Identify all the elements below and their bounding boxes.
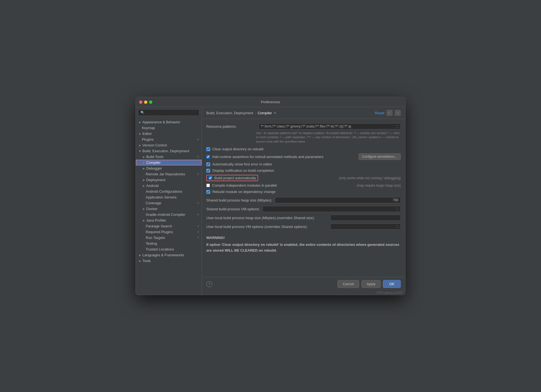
sidebar-item-appearance-behavior[interactable]: ▶ Appearance & Behavior bbox=[136, 119, 202, 125]
resource-patterns-label: Resource patterns: bbox=[206, 123, 256, 129]
expand-icon: ⛶ bbox=[396, 225, 399, 228]
watermark: CSDN @fansu123987 bbox=[202, 291, 405, 295]
clear-output-label: Clear output directory on rebuild bbox=[212, 147, 263, 151]
sidebar-item-label: Package Search bbox=[146, 224, 172, 228]
sidebar-item-build-execution-deployment[interactable]: ▼ Build, Execution, Deployment bbox=[136, 148, 202, 154]
heap-size-input[interactable] bbox=[275, 197, 401, 203]
reset-button[interactable]: Reset bbox=[375, 111, 384, 115]
sidebar-item-package-search[interactable]: Package Search ⚙ bbox=[136, 223, 202, 229]
clear-output-checkbox[interactable] bbox=[206, 147, 210, 151]
local-vm-options-input[interactable] bbox=[332, 225, 396, 228]
expand-arrow-icon: ▶ bbox=[142, 167, 146, 170]
sidebar-item-label: Remote Jar Repositories bbox=[146, 172, 185, 176]
cancel-button[interactable]: Cancel bbox=[337, 280, 359, 288]
sidebar-item-compiler[interactable]: ▶ Compiler ⚙ bbox=[136, 160, 202, 165]
expand-arrow-icon: ▶ bbox=[138, 132, 142, 136]
clear-output-row: Clear output directory on rebuild bbox=[206, 147, 401, 151]
search-input[interactable] bbox=[146, 111, 197, 115]
sidebar-item-label: Debugger bbox=[146, 166, 162, 170]
help-button[interactable]: ? bbox=[206, 281, 212, 287]
breadcrumb-separator: › bbox=[255, 111, 256, 115]
apply-button[interactable]: Apply bbox=[361, 280, 381, 288]
search-icon: 🔍 bbox=[140, 111, 145, 115]
sidebar-item-required-plugins[interactable]: Required Plugins ⚙ bbox=[136, 229, 202, 235]
search-box[interactable]: 🔍 bbox=[138, 109, 199, 116]
sidebar-item-remote-jar[interactable]: Remote Jar Repositories ⚙ bbox=[136, 171, 202, 177]
resource-patterns-input[interactable] bbox=[261, 124, 396, 128]
sidebar-item-label: Build Tools bbox=[146, 155, 164, 159]
sidebar-item-android-configurations[interactable]: Android Configurations bbox=[136, 189, 202, 194]
forward-button[interactable]: → bbox=[395, 110, 401, 116]
sidebar-item-keymap[interactable]: Keymap bbox=[136, 125, 202, 131]
panel-header: Build, Execution, Deployment › Compiler … bbox=[202, 107, 405, 119]
vm-options-input-wrapper[interactable]: ⛶ bbox=[263, 206, 401, 212]
display-notification-checkbox[interactable] bbox=[206, 169, 210, 173]
compile-parallel-label: Compile independent modules in parallel bbox=[212, 183, 277, 187]
sidebar-item-application-servers[interactable]: Application Servers bbox=[136, 194, 202, 200]
sidebar-item-label: Deployment bbox=[146, 178, 165, 182]
compile-parallel-note: (may require larger heap size) bbox=[357, 184, 401, 187]
settings-icon: ⚙ bbox=[197, 225, 199, 228]
sidebar-item-label: Version Control bbox=[142, 143, 167, 147]
sidebar-item-deployment[interactable]: ▶ Deployment bbox=[136, 177, 202, 183]
sidebar-item-label: Tools bbox=[142, 259, 151, 263]
expand-arrow-icon: ▶ bbox=[142, 219, 146, 222]
expand-arrow-icon: ▶ bbox=[142, 184, 146, 188]
sidebar-item-tools[interactable]: ▶ Tools bbox=[136, 258, 202, 264]
compile-parallel-row: Compile independent modules in parallel … bbox=[206, 183, 401, 187]
settings-icon: ⚙ bbox=[197, 230, 199, 233]
sidebar-item-plugins[interactable]: Plugins ⚙ bbox=[136, 137, 202, 142]
sidebar-item-build-tools[interactable]: ▶ Build Tools ⚙ bbox=[136, 154, 202, 160]
sidebar-item-editor[interactable]: ▶ Editor bbox=[136, 131, 202, 137]
display-notification-label: Display notification on build completion bbox=[212, 168, 274, 173]
sidebar-item-docker[interactable]: ▶ Docker bbox=[136, 206, 202, 212]
warning-box: WARNING! If option 'Clear output directo… bbox=[206, 235, 401, 253]
heap-size-row: Shared build process heap size (Mbytes): bbox=[206, 197, 401, 203]
title-bar: Preferences bbox=[136, 97, 405, 107]
resource-patterns-input-wrapper[interactable]: ⛶ bbox=[259, 123, 401, 129]
sidebar-item-gradle-android[interactable]: Gradle-Android Compiler ⚙ bbox=[136, 212, 202, 217]
sidebar-item-trusted-locations[interactable]: Trusted Locations bbox=[136, 246, 202, 252]
local-vm-options-input-wrapper[interactable]: ⛶ bbox=[330, 224, 401, 230]
vm-options-input[interactable] bbox=[264, 207, 396, 211]
sidebar-item-version-control[interactable]: ▶ Version Control bbox=[136, 142, 202, 148]
vm-options-label: Shared build process VM options: bbox=[206, 206, 260, 211]
compile-parallel-checkbox[interactable] bbox=[206, 184, 210, 187]
expand-arrow-icon: ▶ bbox=[138, 253, 142, 257]
rebuild-dependency-row: Rebuild module on dependency change bbox=[206, 190, 401, 194]
build-automatically-label: Build project automatically bbox=[214, 176, 256, 180]
rebuild-dependency-checkbox[interactable] bbox=[206, 190, 210, 194]
sidebar-item-android[interactable]: ▶ Android bbox=[136, 183, 202, 189]
sidebar-item-coverage[interactable]: Coverage ⚙ bbox=[136, 200, 202, 206]
sidebar-item-label: Keymap bbox=[142, 126, 155, 130]
sidebar-item-label: Appearance & Behavior bbox=[142, 120, 180, 124]
ok-button[interactable]: OK bbox=[383, 280, 401, 288]
close-button[interactable] bbox=[139, 100, 142, 104]
display-notification-row: Display notification on build completion bbox=[206, 168, 401, 173]
main-content: 🔍 ▶ Appearance & Behavior Keymap ▶ Edito… bbox=[136, 107, 405, 295]
build-automatically-checkbox[interactable] bbox=[209, 176, 212, 180]
breadcrumb-parent[interactable]: Build, Execution, Deployment bbox=[206, 111, 253, 115]
minimize-button[interactable] bbox=[144, 100, 147, 104]
maximize-button[interactable] bbox=[149, 100, 152, 104]
hint-text: Use ; to separate patterns and ! to nega… bbox=[206, 131, 401, 144]
runtime-assertions-checkbox[interactable] bbox=[206, 155, 210, 159]
right-panel: Build, Execution, Deployment › Compiler … bbox=[202, 107, 405, 295]
runtime-assertions-left: Add runtime assertions for notnull-annot… bbox=[206, 155, 323, 159]
bottom-bar: ? Cancel Apply OK bbox=[202, 277, 405, 291]
sidebar-item-debugger[interactable]: ▶ Debugger bbox=[136, 165, 202, 171]
configure-annotations-button[interactable]: Configure annotations... bbox=[359, 153, 401, 160]
local-vm-options-label: User-local build process VM options (ove… bbox=[206, 224, 328, 229]
header-actions: Reset ← → bbox=[375, 110, 401, 116]
sidebar-item-java-profiler[interactable]: ▶ Java Profiler bbox=[136, 217, 202, 223]
sidebar-item-testing[interactable]: Testing bbox=[136, 241, 202, 246]
build-automatically-note: (only works while not running / debuggin… bbox=[339, 176, 401, 180]
auto-show-error-label: Automatically show first error in editor bbox=[212, 162, 272, 166]
window-title: Preferences bbox=[261, 100, 280, 104]
back-button[interactable]: ← bbox=[386, 110, 393, 116]
sidebar-item-languages-frameworks[interactable]: ▶ Languages & Frameworks bbox=[136, 252, 202, 258]
expand-arrow-icon: ▼ bbox=[138, 149, 142, 153]
sidebar-item-run-targets[interactable]: Run Targets ⚙ bbox=[136, 235, 202, 241]
auto-show-error-checkbox[interactable] bbox=[206, 162, 210, 166]
local-heap-size-input[interactable] bbox=[330, 215, 401, 221]
